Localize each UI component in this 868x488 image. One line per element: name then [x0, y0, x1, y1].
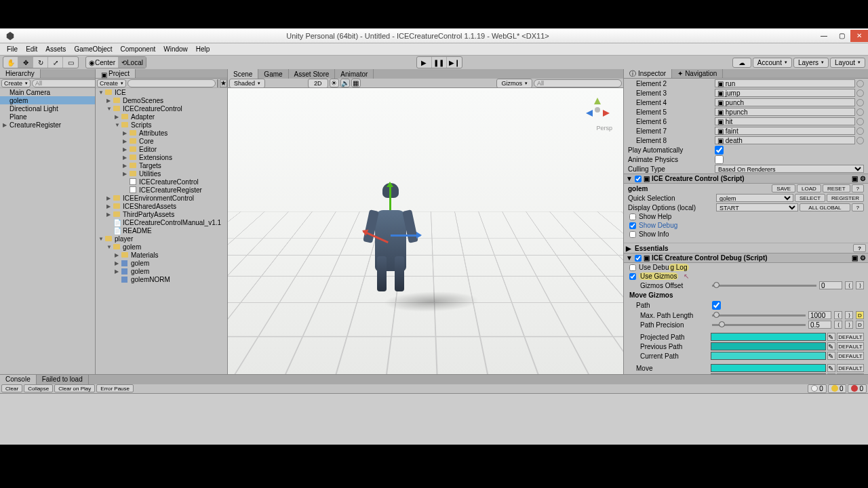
register-button[interactable]: REGISTER — [827, 194, 864, 202]
move-tool-icon[interactable]: ✥ — [18, 57, 33, 68]
element-field[interactable]: ▣ punch — [715, 98, 855, 106]
giz-off-slider[interactable] — [712, 285, 816, 287]
object-picker-icon[interactable] — [856, 137, 864, 144]
chk-show-help[interactable] — [629, 214, 636, 220]
tab-assetstore[interactable]: Asset Store — [289, 69, 336, 79]
project-item[interactable]: 📄README — [96, 226, 227, 235]
project-item[interactable]: ▼Scripts — [96, 121, 227, 129]
disp-select[interactable]: START — [716, 203, 798, 211]
project-item[interactable]: 📄ICECreatureControlManual_v1.1 — [96, 218, 227, 226]
play-button-icon[interactable]: ▶ — [417, 57, 432, 68]
tab-game[interactable]: Game — [258, 69, 288, 79]
fold-icon-2[interactable]: ▼ — [626, 254, 633, 262]
project-item[interactable]: ▼player — [96, 235, 227, 243]
account-dropdown[interactable]: Account — [753, 58, 792, 68]
culling-select[interactable]: Based On Renderers — [715, 165, 864, 173]
project-filter-icon[interactable] — [217, 79, 218, 87]
scale-tool-icon[interactable]: ⤢ — [48, 57, 63, 68]
gizmo-y-axis-icon[interactable] — [389, 183, 391, 210]
eyedrop-icon[interactable]: ✎ — [827, 333, 835, 341]
clear-button[interactable]: Clear — [1, 384, 22, 392]
chk-path[interactable] — [712, 301, 721, 310]
project-item[interactable]: ▶Utilities — [96, 169, 227, 178]
project-item[interactable]: ▶Editor — [96, 145, 227, 153]
help-button[interactable]: ? — [852, 184, 864, 192]
project-item[interactable]: ▶ICEEnvironmentControl — [96, 194, 227, 202]
project-item[interactable]: ▶golem — [96, 267, 227, 275]
btn-lt[interactable]: ⟨ — [845, 281, 853, 289]
scene-orientation-gizmo[interactable]: Persp — [584, 96, 611, 123]
hierarchy-item[interactable]: Plane — [0, 113, 95, 121]
project-item[interactable]: ▼ICE — [96, 88, 227, 96]
select-button[interactable]: SELECT — [795, 194, 825, 202]
error-count[interactable]: 0 — [848, 384, 867, 393]
object-picker-icon[interactable] — [856, 127, 864, 135]
d-button[interactable]: D — [856, 311, 864, 319]
info-count[interactable]: 0 — [808, 384, 827, 393]
element-field[interactable]: ▣ run — [715, 79, 855, 87]
menu-window[interactable]: Window — [159, 45, 192, 53]
chk-anim-phys[interactable] — [715, 155, 724, 164]
menu-file[interactable]: File — [3, 45, 22, 53]
default-button[interactable]: DEFAULT — [837, 333, 864, 341]
prev-path-color[interactable] — [711, 342, 826, 350]
proj-path-color[interactable] — [711, 333, 826, 341]
comp-enable-chk[interactable] — [635, 176, 642, 182]
load-button[interactable]: LOAD — [797, 184, 821, 192]
element-field[interactable]: ▣ faint — [715, 127, 855, 135]
help-essentials[interactable]: ? — [853, 244, 866, 252]
collapse-button[interactable]: Collapse — [24, 384, 53, 392]
fold-icon[interactable]: ▼ — [626, 175, 633, 182]
project-item[interactable]: ICECreatureRegister — [96, 186, 227, 194]
layers-dropdown[interactable]: Layers — [793, 58, 829, 68]
audio-icon[interactable]: 🔊 — [340, 79, 350, 87]
tab-navigation[interactable]: ✦ Navigation — [672, 69, 723, 78]
warn-count[interactable]: 0 — [828, 384, 847, 393]
object-picker-icon[interactable] — [856, 99, 864, 106]
rotate-tool-icon[interactable]: ↻ — [33, 57, 48, 68]
object-picker-icon[interactable] — [856, 108, 864, 116]
pause-button-icon[interactable]: ❚❚ — [432, 57, 447, 68]
chk-use-log[interactable] — [629, 264, 636, 271]
maximize-button[interactable]: ▢ — [833, 30, 850, 42]
gear-icon-2[interactable]: ▣ ⚙ — [852, 254, 866, 262]
2d-toggle[interactable]: 2D — [308, 79, 328, 88]
project-item[interactable]: ▶Materials — [96, 251, 227, 259]
inspector-body[interactable]: Element 2▣ runElement 3▣ jumpElement 4▣ … — [624, 79, 868, 374]
hierarchy-item[interactable]: Directional Light — [0, 104, 95, 113]
object-picker-icon[interactable] — [856, 80, 864, 87]
project-item[interactable]: ▶Adapter — [96, 113, 227, 121]
chk-use-gizmos[interactable] — [629, 273, 636, 280]
tab-failed[interactable]: Failed to load — [37, 375, 89, 384]
project-item[interactable]: ▶ThirdPartyAssets — [96, 210, 227, 218]
clear-on-play-button[interactable]: Clear on Play — [54, 384, 95, 392]
scene-search[interactable] — [534, 79, 622, 87]
path-prec-slider[interactable] — [712, 324, 806, 326]
gear-icon[interactable]: ▣ ⚙ — [852, 175, 866, 182]
menu-help[interactable]: Help — [192, 45, 214, 53]
help-button-2[interactable]: ? — [852, 203, 864, 211]
max-path-slider[interactable] — [712, 314, 806, 317]
project-item[interactable]: ▶Extensions — [96, 153, 227, 161]
all-global-button[interactable]: ALL GLOBAL — [800, 203, 850, 211]
path-prec-val[interactable]: 0.5 — [808, 321, 831, 329]
curr-path-color[interactable] — [711, 352, 826, 360]
hierarchy-create[interactable]: Create — [1, 79, 31, 87]
hand-tool-icon[interactable]: ✋ — [3, 57, 18, 68]
chk-show-info[interactable] — [629, 231, 636, 238]
project-star-icon[interactable]: ★ — [220, 79, 227, 87]
tab-hierarchy[interactable]: Hierarchy — [0, 69, 41, 78]
gizmo-x-axis-icon[interactable] — [391, 235, 420, 237]
project-item[interactable]: ICECreatureControl — [96, 178, 227, 186]
step-button-icon[interactable]: ▶❙ — [447, 57, 462, 68]
project-item[interactable]: ▶DemoScenes — [96, 96, 227, 104]
chk-show-debug[interactable] — [629, 222, 636, 229]
tab-scene[interactable]: Scene — [228, 69, 258, 79]
object-picker-icon[interactable] — [856, 118, 864, 125]
scene-view[interactable]: Persp — [228, 88, 623, 374]
minimize-button[interactable]: — — [815, 30, 833, 42]
pivot-local[interactable]: ⟲ Local — [119, 57, 146, 68]
gizmos-dropdown[interactable]: Gizmos — [496, 79, 532, 88]
quick-select[interactable]: golem — [716, 194, 793, 202]
tab-inspector[interactable]: ⓘ Inspector — [624, 69, 672, 78]
